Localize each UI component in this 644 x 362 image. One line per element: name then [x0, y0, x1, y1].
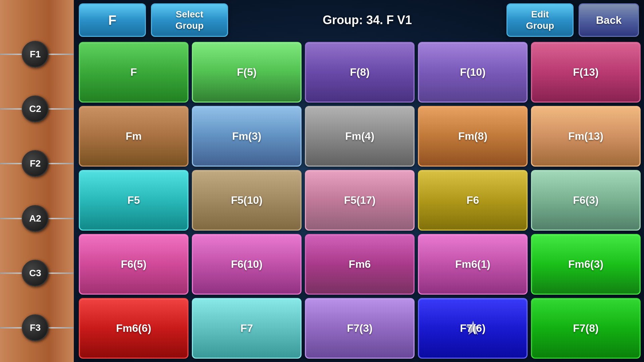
- chord-button-f6[interactable]: F6: [418, 170, 528, 231]
- chord-button-f13[interactable]: F(13): [531, 42, 641, 103]
- chord-button-fm13[interactable]: Fm(13): [531, 106, 641, 167]
- chord-button-f517[interactable]: F5(17): [305, 170, 415, 231]
- back-button[interactable]: Back: [579, 3, 639, 37]
- chord-button-fm63[interactable]: Fm6(3): [531, 234, 641, 295]
- edit-group-button[interactable]: EditGroup: [506, 3, 574, 37]
- string-row-f1[interactable]: F1: [0, 27, 74, 81]
- chord-button-fm61[interactable]: Fm6(1): [418, 234, 528, 295]
- chord-button-f78[interactable]: F7(8): [531, 298, 641, 359]
- chord-button-f76[interactable]: ★F7(6): [418, 298, 528, 359]
- chord-button-f73[interactable]: F7(3): [305, 298, 415, 359]
- string-row-c3[interactable]: C3: [0, 246, 74, 300]
- chord-button-f[interactable]: F: [79, 42, 189, 103]
- guitar-sidebar: F1 C2 F2 A2 C3 F3: [0, 0, 74, 362]
- chord-button-f8[interactable]: F(8): [305, 42, 415, 103]
- chord-button-f65[interactable]: F6(5): [79, 234, 189, 295]
- chord-button-fm66[interactable]: Fm6(6): [79, 298, 189, 359]
- chord-button-f63[interactable]: F6(3): [531, 170, 641, 231]
- string-label-f1[interactable]: F1: [22, 41, 49, 68]
- chord-button-f510[interactable]: F5(10): [192, 170, 302, 231]
- chord-button-f5[interactable]: F(5): [192, 42, 302, 103]
- chord-grid: FF(5)F(8)F(10)F(13)FmFm(3)Fm(4)Fm(8)Fm(1…: [79, 42, 641, 359]
- chord-button-fm4[interactable]: Fm(4): [305, 106, 415, 167]
- chord-button-f610[interactable]: F6(10): [192, 234, 302, 295]
- chord-label: F7(6): [460, 322, 485, 335]
- chord-button-fm8[interactable]: Fm(8): [418, 106, 528, 167]
- string-label-a2[interactable]: A2: [22, 205, 49, 232]
- page-title: Group: 34. F V1: [233, 13, 501, 27]
- chord-button-f7[interactable]: F7: [192, 298, 302, 359]
- chord-button-fm3[interactable]: Fm(3): [192, 106, 302, 167]
- f-button[interactable]: F: [79, 3, 146, 37]
- string-row-f2[interactable]: F2: [0, 137, 74, 190]
- string-label-f3[interactable]: F3: [22, 314, 49, 341]
- chord-button-fm6[interactable]: Fm6: [305, 234, 415, 295]
- string-label-c2[interactable]: C2: [22, 96, 49, 122]
- chord-button-fm[interactable]: Fm: [79, 106, 189, 167]
- header: F SelectGroup Group: 34. F V1 EditGroup …: [74, 0, 644, 40]
- string-label-f2[interactable]: F2: [22, 150, 49, 177]
- chord-button-f5[interactable]: F5: [79, 170, 189, 231]
- chord-button-f10[interactable]: F(10): [418, 42, 528, 103]
- string-row-f3[interactable]: F3: [0, 301, 74, 355]
- string-label-c3[interactable]: C3: [22, 260, 49, 287]
- string-row-c2[interactable]: C2: [0, 82, 74, 136]
- string-row-a2[interactable]: A2: [0, 192, 74, 245]
- select-group-button[interactable]: SelectGroup: [151, 3, 228, 37]
